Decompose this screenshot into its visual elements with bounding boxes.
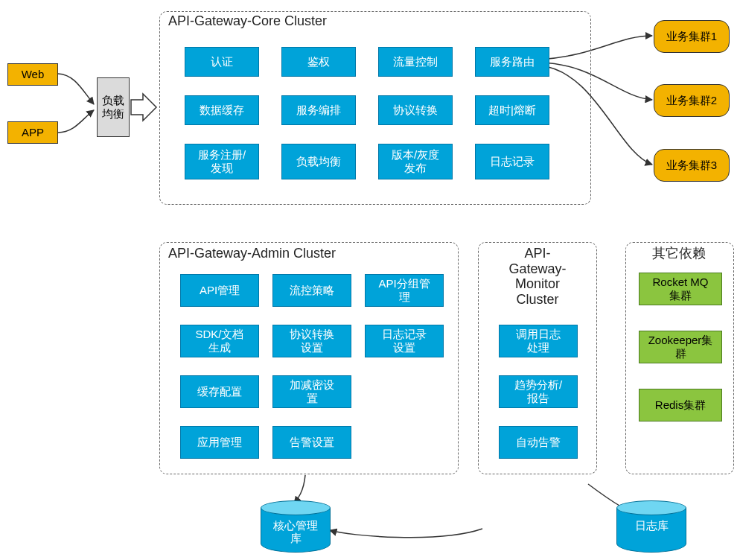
admin-alarm-cfg: 告警设置 (272, 426, 351, 459)
core-routing: 服务路由 (475, 47, 549, 77)
db-core-label: 核心管理 库 (261, 520, 331, 544)
core-orchestration: 服务编排 (281, 95, 356, 125)
db-core: 核心管理 库 (261, 500, 331, 553)
biz-cluster-3: 业务集群3 (654, 149, 730, 182)
admin-api-mgmt: API管理 (180, 274, 259, 307)
core-version: 版本/灰度 发布 (378, 144, 453, 179)
admin-protocol-cfg: 协议转换 设置 (272, 325, 351, 357)
biz-cluster-2: 业务集群2 (654, 84, 730, 117)
monitor-cluster-title: API- Gateway- Monitor Cluster (484, 246, 591, 308)
deps-cluster-title: 其它依赖 (652, 246, 706, 261)
core-circuitbreak: 超时|熔断 (475, 95, 549, 125)
core-logging: 日志记录 (475, 144, 549, 179)
admin-api-group: API分组管 理 (365, 274, 444, 307)
core-protocol: 协议转换 (378, 95, 453, 125)
core-lb: 负载均衡 (281, 144, 356, 179)
admin-log-cfg: 日志记录 设置 (365, 325, 444, 357)
load-balancer: 负载 均衡 (97, 77, 130, 137)
monitor-call-log: 调用日志 处理 (499, 325, 578, 357)
dep-zookeeper: Zookeeper集 群 (639, 331, 722, 363)
admin-app-mgmt: 应用管理 (180, 426, 259, 459)
dep-rocketmq: Rocket MQ 集群 (639, 273, 722, 305)
core-registry: 服务注册/ 发现 (185, 144, 259, 179)
monitor-trend: 趋势分析/ 报告 (499, 375, 578, 408)
admin-cluster-title: API-Gateway-Admin Cluster (168, 246, 336, 261)
admin-cache-cfg: 缓存配置 (180, 375, 259, 408)
admin-ratelimit-policy: 流控策略 (272, 274, 351, 307)
core-ratelimit: 流量控制 (378, 47, 453, 77)
db-log: 日志库 (616, 500, 686, 553)
biz-cluster-1: 业务集群1 (654, 20, 730, 53)
db-log-label: 日志库 (616, 520, 686, 532)
admin-sdk-doc: SDK/文档 生成 (180, 325, 259, 357)
client-web: Web (7, 63, 58, 86)
core-cache: 数据缓存 (185, 95, 259, 125)
core-auth: 认证 (185, 47, 259, 77)
dep-redis: Redis集群 (639, 389, 722, 421)
admin-encrypt-cfg: 加减密设 置 (272, 375, 351, 408)
core-authz: 鉴权 (281, 47, 356, 77)
core-cluster-title: API-Gateway-Core Cluster (168, 13, 327, 29)
monitor-autoalarm: 自动告警 (499, 426, 578, 459)
client-app: APP (7, 121, 58, 144)
